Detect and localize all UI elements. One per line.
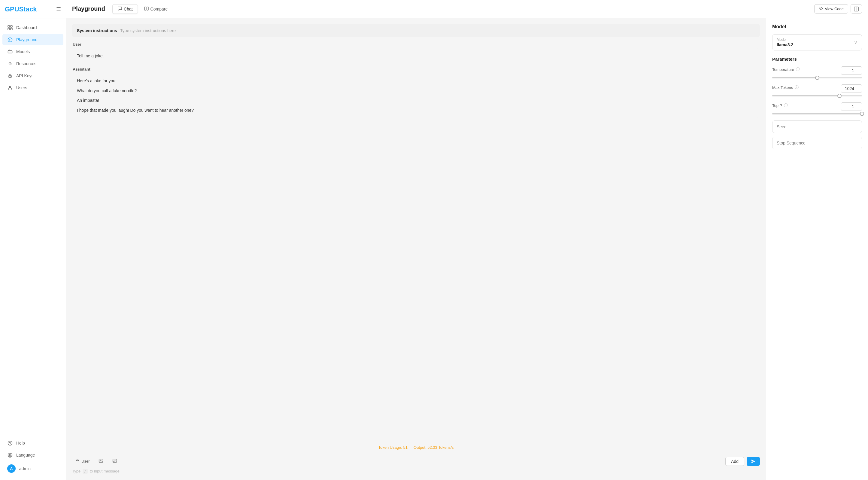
assistant-line-1: Here's a joke for you: (77, 78, 755, 84)
temperature-slider-track (772, 77, 862, 79)
sidebar-item-dashboard[interactable]: Dashboard (2, 22, 63, 33)
token-usage-count: Token Usage: 51 (378, 445, 408, 450)
temperature-slider-fill (772, 77, 817, 79)
temperature-slider-thumb[interactable] (815, 76, 819, 80)
sidebar-item-label-dashboard: Dashboard (16, 25, 37, 30)
playground-icon (7, 37, 12, 42)
svg-point-12 (8, 441, 12, 445)
sidebar-item-language[interactable]: Language (2, 449, 63, 461)
top-p-label-row: Top P ⓘ (772, 103, 788, 108)
temperature-param: Temperature ⓘ (772, 66, 862, 79)
dashboard-icon (7, 25, 12, 30)
content-area: System instructions Type system instruct… (66, 18, 868, 480)
add-button[interactable]: Add (725, 457, 744, 466)
top-p-header: Top P ⓘ (772, 102, 862, 111)
top-p-slider-fill (772, 113, 862, 115)
sidebar-item-api-keys[interactable]: API Keys (2, 70, 63, 81)
svg-rect-0 (8, 26, 10, 27)
send-button[interactable] (747, 457, 760, 466)
user-role-btn-label: User (82, 459, 90, 463)
layout-toggle-button[interactable] (850, 4, 862, 13)
sidebar-item-admin[interactable]: A admin (2, 461, 63, 476)
sidebar-item-label-users: Users (16, 85, 27, 90)
params-title: Parameters (772, 57, 862, 62)
sidebar-item-label-playground: Playground (16, 37, 37, 42)
temperature-label: Temperature (772, 67, 794, 72)
image-icon (98, 458, 103, 464)
seed-input[interactable] (772, 120, 862, 133)
input-placeholder[interactable]: Type / to input message (72, 468, 760, 474)
token-usage: Token Usage: 51 Output: 52.33 Tokens/s (72, 442, 760, 453)
temperature-input[interactable] (841, 66, 862, 75)
svg-rect-16 (147, 7, 148, 10)
logo-text: GPUStack (5, 5, 37, 13)
api-keys-icon (7, 73, 12, 79)
sidebar: GPUStack ☰ Dashboard Playground Models (0, 0, 66, 480)
temperature-info-icon[interactable]: ⓘ (796, 67, 800, 72)
tab-compare-label: Compare (151, 7, 168, 11)
code-icon (112, 458, 117, 464)
code-input-button[interactable] (109, 456, 120, 466)
sidebar-item-label-models: Models (16, 49, 30, 54)
sidebar-nav: Dashboard Playground Models Resources AP… (0, 19, 66, 433)
image-upload-button[interactable] (95, 456, 106, 466)
sidebar-item-resources[interactable]: Resources (2, 58, 63, 69)
max-tokens-slider-thumb[interactable] (837, 94, 842, 98)
svg-rect-15 (145, 7, 146, 10)
messages-area: User Tell me a joke. Assistant Here's a … (72, 42, 760, 442)
top-p-info-icon[interactable]: ⓘ (784, 103, 788, 108)
tab-compare[interactable]: Compare (139, 4, 173, 14)
max-tokens-label-row: Max Tokens ⓘ (772, 85, 799, 90)
chat-tab-icon (118, 6, 122, 12)
sidebar-item-models[interactable]: Models (2, 46, 63, 57)
sidebar-logo: GPUStack ☰ (0, 0, 66, 19)
temperature-label-row: Temperature ⓘ (772, 67, 800, 72)
tab-chat[interactable]: Chat (112, 4, 138, 14)
topbar-right: View Code (814, 4, 862, 13)
message-group-assistant: Assistant Here's a joke for you: What do… (72, 67, 760, 118)
svg-rect-5 (8, 51, 12, 53)
tab-chat-label: Chat (124, 7, 133, 11)
model-chevron-icon: ∨ (854, 40, 858, 46)
placeholder-suffix: to input message (89, 469, 120, 473)
message-group-user: User Tell me a joke. (72, 42, 760, 63)
sidebar-item-help[interactable]: Help (2, 437, 63, 449)
model-select-label: Model (777, 37, 793, 42)
top-p-input[interactable] (841, 102, 862, 111)
view-code-button[interactable]: View Code (814, 4, 848, 13)
stop-sequence-input[interactable] (772, 137, 862, 149)
avatar: A (7, 464, 16, 473)
assistant-line-3: An impasta! (77, 97, 755, 103)
top-p-slider-track (772, 113, 862, 115)
chat-panel: System instructions Type system instruct… (66, 18, 766, 480)
max-tokens-slider-fill (772, 95, 839, 96)
view-code-icon (819, 6, 823, 11)
max-tokens-info-icon[interactable]: ⓘ (795, 85, 799, 90)
max-tokens-param: Max Tokens ⓘ (772, 84, 862, 96)
svg-rect-2 (8, 28, 10, 30)
top-p-param: Top P ⓘ (772, 102, 862, 115)
model-select-value: llama3.2 (777, 42, 793, 47)
sidebar-item-users[interactable]: Users (2, 82, 63, 93)
svg-rect-3 (10, 28, 12, 30)
system-instructions[interactable]: System instructions Type system instruct… (72, 24, 760, 37)
svg-rect-20 (99, 459, 103, 462)
sidebar-item-playground[interactable]: Playground (2, 34, 63, 46)
user-message-content: Tell me a joke. (77, 54, 104, 58)
token-output-rate: Output: 52.33 Tokens/s (413, 445, 454, 450)
svg-rect-17 (854, 7, 858, 11)
svg-point-10 (10, 76, 10, 77)
sidebar-item-label-resources: Resources (16, 61, 36, 66)
top-p-slider-thumb[interactable] (860, 112, 864, 116)
svg-point-19 (77, 459, 78, 460)
sidebar-bottom: Help Language A admin (0, 433, 66, 480)
view-code-label: View Code (825, 7, 844, 11)
resources-icon (7, 61, 12, 66)
user-role-button[interactable]: User (72, 457, 93, 466)
max-tokens-input[interactable] (841, 84, 862, 93)
hamburger-icon[interactable]: ☰ (56, 6, 61, 12)
placeholder-prefix: Type (72, 469, 82, 473)
model-selector-info: Model llama3.2 (777, 37, 793, 47)
model-selector[interactable]: Model llama3.2 ∨ (772, 34, 862, 51)
page-title: Playground (72, 5, 105, 12)
